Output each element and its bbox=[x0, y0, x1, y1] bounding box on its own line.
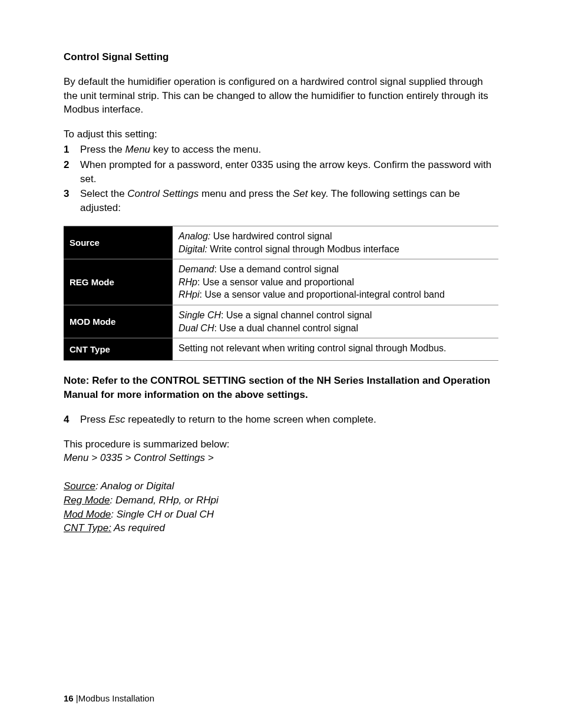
option-text: : Use a sensor value and proportional bbox=[197, 277, 354, 287]
setting-name: Source bbox=[64, 226, 173, 259]
page-footer: 16 |Modbus Installation bbox=[64, 692, 154, 704]
settings-table: Source Analog: Use hardwired control sig… bbox=[64, 226, 498, 361]
setting-desc: Single CH: Use a signal channel control … bbox=[173, 305, 498, 338]
step-text: Select the bbox=[80, 188, 127, 199]
step-4: 4 Press Esc repeatedly to return to the … bbox=[64, 413, 498, 427]
option-label: Digital: bbox=[178, 244, 207, 254]
setting-name: MOD Mode bbox=[64, 305, 173, 338]
section-heading: Control Signal Setting bbox=[64, 50, 498, 64]
option-label: Single CH bbox=[178, 310, 221, 320]
adjust-intro: To adjust this setting: bbox=[64, 127, 498, 141]
step-number: 4 bbox=[64, 413, 69, 427]
step-number: 2 bbox=[64, 158, 69, 172]
setting-name: CNT Type bbox=[64, 338, 173, 361]
step-number: 1 bbox=[64, 143, 69, 157]
setting-desc: Analog: Use hardwired control signal Dig… bbox=[173, 226, 498, 259]
option-label: Analog: bbox=[178, 231, 210, 241]
step-text: key to access the menu. bbox=[150, 144, 261, 155]
setting-desc: Setting not relevant when writing contro… bbox=[173, 338, 498, 361]
control-settings-term: Control Settings bbox=[127, 188, 199, 199]
footer-sep: | bbox=[74, 693, 78, 703]
summary-term: CNT Type: bbox=[64, 522, 111, 533]
page-number: 16 bbox=[64, 693, 74, 703]
summary-options: As required bbox=[111, 522, 165, 533]
summary-line: Reg Mode: Demand, RHp, or RHpi bbox=[64, 493, 498, 508]
summary-term: Source bbox=[64, 480, 95, 492]
table-row: Source Analog: Use hardwired control sig… bbox=[64, 226, 498, 259]
step-text: When prompted for a password, enter 0335… bbox=[80, 159, 491, 185]
summary-options: : Single CH or Dual CH bbox=[111, 509, 214, 520]
step-1: 1 Press the Menu key to access the menu. bbox=[64, 143, 498, 157]
note-paragraph: Note: Refer to the CONTROL SETTING secti… bbox=[64, 374, 498, 402]
option-text: : Use a signal channel control signal bbox=[221, 310, 372, 320]
summary-term: Reg Mode bbox=[64, 495, 110, 506]
intro-paragraph: By default the humidifier operation is c… bbox=[64, 75, 498, 117]
option-text: : Use a sensor value and proportional-in… bbox=[200, 289, 445, 299]
table-row: CNT Type Setting not relevant when writi… bbox=[64, 338, 498, 361]
footer-title: Modbus Installation bbox=[78, 693, 154, 703]
summary-options: : Analog or Digital bbox=[95, 480, 174, 492]
option-label: RHp bbox=[178, 277, 197, 287]
set-key: Set bbox=[293, 188, 308, 199]
summary-line: Source: Analog or Digital bbox=[64, 479, 498, 493]
step-2: 2 When prompted for a password, enter 03… bbox=[64, 158, 498, 186]
option-text: Use hardwired control signal bbox=[210, 231, 332, 241]
summary-line: CNT Type: As required bbox=[64, 521, 498, 535]
option-text: Write control signal through Modbus inte… bbox=[207, 244, 399, 254]
steps-list: 1 Press the Menu key to access the menu.… bbox=[64, 143, 498, 215]
step-3: 3 Select the Control Settings menu and p… bbox=[64, 187, 498, 215]
esc-key: Esc bbox=[108, 414, 125, 425]
setting-name: REG Mode bbox=[64, 259, 173, 305]
step-text: Press the bbox=[80, 144, 125, 155]
menu-key: Menu bbox=[125, 144, 151, 155]
option-label: RHpi bbox=[178, 289, 200, 299]
summary-path: Menu > 0335 > Control Settings > bbox=[64, 451, 498, 465]
option-label: Dual CH bbox=[178, 323, 214, 333]
step-text: menu and press the bbox=[199, 188, 293, 199]
option-text: : Use a demand control signal bbox=[214, 264, 339, 274]
step-number: 3 bbox=[64, 187, 69, 201]
option-label: Demand bbox=[178, 264, 214, 274]
step-text: repeatedly to return to the home screen … bbox=[125, 414, 376, 425]
summary-intro: This procedure is summarized below: bbox=[64, 437, 498, 452]
table-row: MOD Mode Single CH: Use a signal channel… bbox=[64, 305, 498, 338]
summary-line: Mod Mode: Single CH or Dual CH bbox=[64, 508, 498, 522]
summary-block: This procedure is summarized below: Menu… bbox=[64, 437, 498, 536]
summary-term: Mod Mode bbox=[64, 509, 111, 520]
setting-desc: Demand: Use a demand control signal RHp:… bbox=[173, 259, 498, 305]
table-row: REG Mode Demand: Use a demand control si… bbox=[64, 259, 498, 305]
option-text: : Use a dual channel control signal bbox=[214, 323, 358, 333]
step-text: Press bbox=[80, 414, 108, 425]
summary-options: : Demand, RHp, or RHpi bbox=[110, 495, 218, 506]
